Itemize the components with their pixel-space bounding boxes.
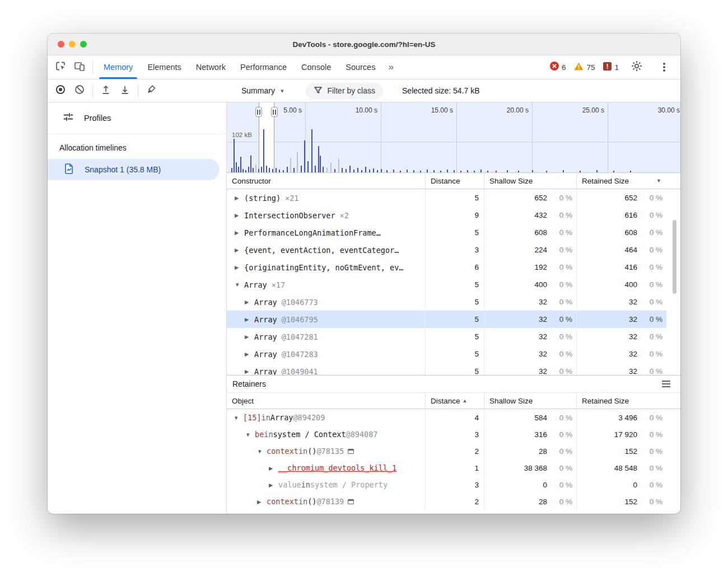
column-header-constructor[interactable]: Constructor xyxy=(227,173,426,189)
minimize-button[interactable] xyxy=(69,41,76,48)
device-toolbar-button[interactable] xyxy=(70,55,89,79)
ret ainers-menu-button[interactable] xyxy=(662,383,675,384)
heap-row[interactable]: ▶(string)×2156520 %6520 % xyxy=(227,189,666,207)
class-filter[interactable]: Filter by class xyxy=(306,83,383,99)
collapse-icon[interactable]: ▼ xyxy=(235,282,244,288)
more-tabs-button[interactable]: » xyxy=(382,55,399,79)
tab-elements[interactable]: Elements xyxy=(140,55,188,79)
expand-icon[interactable]: ▶ xyxy=(245,316,254,322)
tab-bar: MemoryElementsNetworkPerformanceConsoleS… xyxy=(48,55,680,79)
expand-icon[interactable]: ▶ xyxy=(235,212,244,218)
tab-performance[interactable]: Performance xyxy=(233,55,294,79)
size-percent: 0 % xyxy=(547,194,576,202)
expand-icon[interactable]: ▶ xyxy=(245,368,254,374)
expand-icon[interactable]: ▶ xyxy=(235,264,244,270)
heap-row[interactable]: ▼Array×1754000 %4000 % xyxy=(227,276,666,293)
expand-icon[interactable]: ▶ xyxy=(245,334,254,340)
size-percent: 0 % xyxy=(547,464,576,472)
zoom-button[interactable] xyxy=(80,41,87,48)
tab-network[interactable]: Network xyxy=(189,55,233,79)
titlebar[interactable]: DevTools - store.google.com/?hl=en-US xyxy=(48,34,680,55)
column-header-shallow-size[interactable]: Shallow Size xyxy=(484,173,577,189)
reveal-in-window-icon[interactable] xyxy=(348,449,354,454)
shallow-size-cell: 320 % xyxy=(484,311,577,328)
distance-cell: 5 xyxy=(426,345,484,363)
allocation-bar xyxy=(353,170,354,172)
tab-sources[interactable]: Sources xyxy=(338,55,382,79)
retainer-row[interactable]: ▶value in system / Property300 %00 % xyxy=(227,476,666,493)
heap-row[interactable]: ▶IntersectionObserver×294320 %6160 % xyxy=(227,207,666,224)
expand-icon[interactable]: ▶ xyxy=(235,195,244,201)
issues-button[interactable]: 1 xyxy=(603,62,619,73)
column-header-distance[interactable]: Distance xyxy=(426,173,484,189)
size-value: 432 xyxy=(484,211,547,219)
perspective-select[interactable]: Summary ▾ xyxy=(236,84,289,97)
expand-icon[interactable]: ▶ xyxy=(245,351,254,357)
allocation-bar xyxy=(279,170,280,172)
clear-all-profiles-button[interactable] xyxy=(70,84,89,97)
size-value: 32 xyxy=(577,315,637,323)
expand-icon[interactable]: ▶ xyxy=(269,482,278,488)
size-percent: 0 % xyxy=(547,211,576,219)
expand-icon[interactable]: ▶ xyxy=(269,465,278,471)
allocation-bar xyxy=(238,167,239,172)
size-value: 400 xyxy=(484,280,547,289)
settings-button[interactable] xyxy=(627,60,646,74)
column-header-distance[interactable]: Distance ▲ xyxy=(426,393,484,409)
menu-button[interactable] xyxy=(655,66,674,68)
expand-icon[interactable]: ▶ xyxy=(235,247,244,253)
column-header-shallow-size[interactable]: Shallow Size xyxy=(484,393,577,409)
vertical-scrollbar[interactable] xyxy=(673,220,676,294)
retainer-row[interactable]: ▼context in () @781352280 %1520 % xyxy=(227,443,666,459)
retainer-row[interactable]: ▶__chromium_devtools_kill_1138 3680 %48 … xyxy=(227,459,666,476)
retainer-row[interactable]: ▼[15] in Array @89420945840 %3 4960 % xyxy=(227,409,666,426)
size-value: 608 xyxy=(484,228,547,237)
block-icon xyxy=(74,84,85,97)
heap-row[interactable]: ▶{originatingEntity, noGtmEvent, ev…6192… xyxy=(227,259,666,276)
tab-console[interactable]: Console xyxy=(294,55,338,79)
size-value: 416 xyxy=(577,263,637,271)
column-header-retained-size[interactable]: Retained Size ▼ xyxy=(577,173,666,189)
heap-table-body: ▶(string)×2156520 %6520 %▶IntersectionOb… xyxy=(227,189,680,375)
retainer-row[interactable]: ▼be in system / Context @89408733160 %17… xyxy=(227,426,666,443)
column-header-object[interactable]: Object xyxy=(227,393,426,409)
allocation-bar xyxy=(250,156,251,172)
device-toolbar-icon xyxy=(73,60,86,74)
expand-icon[interactable]: ▶ xyxy=(257,499,267,505)
allocation-bar xyxy=(263,129,264,172)
heap-row[interactable]: ▶Array@10472835320 %320 % xyxy=(227,345,666,363)
object-cell: ▶context in () @78139 xyxy=(227,493,426,510)
save-profile-button[interactable] xyxy=(115,84,134,97)
reveal-in-window-icon[interactable] xyxy=(348,499,354,504)
heap-row[interactable]: ▶Array@10490415320 %320 % xyxy=(227,363,666,375)
collapse-icon[interactable]: ▼ xyxy=(234,415,243,421)
expand-icon[interactable]: ▶ xyxy=(235,229,244,236)
size-value: 32 xyxy=(484,367,547,375)
expand-icon[interactable]: ▶ xyxy=(245,299,254,305)
retainer-row[interactable]: ▶context in () @781392280 %1520 % xyxy=(227,493,666,510)
retained-size-cell: 00 % xyxy=(577,476,666,493)
record-button[interactable] xyxy=(51,84,70,97)
collapse-icon[interactable]: ▼ xyxy=(257,448,267,454)
allocation-bar xyxy=(393,170,394,172)
collapse-icon[interactable]: ▼ xyxy=(245,431,255,438)
close-button[interactable] xyxy=(58,41,64,48)
delete-profile-button[interactable] xyxy=(142,84,161,97)
snapshot-item[interactable]: Snapshot 1 (35.8 MB) xyxy=(48,159,220,180)
tab-memory[interactable]: Memory xyxy=(96,55,140,79)
object-name: {originatingEntity, noGtmEvent, ev… xyxy=(244,263,403,272)
timeline-overview[interactable]: 102 kB 5.00 s10.00 s15.00 s20.00 s25.00 … xyxy=(227,102,680,173)
load-profile-button[interactable] xyxy=(96,84,115,97)
heap-row[interactable]: ▶{event, eventAction, eventCategor…32240… xyxy=(227,241,666,259)
console-warnings-button[interactable]: 75 xyxy=(574,62,595,73)
size-value: 32 xyxy=(484,350,547,358)
size-percent: 0 % xyxy=(547,228,576,237)
console-errors-button[interactable]: 6 xyxy=(550,62,566,73)
object-name: Array xyxy=(254,332,277,341)
heap-row[interactable]: ▶PerformanceLongAnimationFrame…56080 %60… xyxy=(227,224,666,241)
heap-row[interactable]: ▶Array@10472815320 %320 % xyxy=(227,328,666,345)
heap-row[interactable]: ▶Array@10467735320 %320 % xyxy=(227,293,666,311)
column-header-retained-size[interactable]: Retained Size xyxy=(577,393,666,409)
heap-row[interactable]: ▶Array@10467955320 %320 % xyxy=(227,311,666,328)
inspect-element-button[interactable] xyxy=(51,55,70,79)
